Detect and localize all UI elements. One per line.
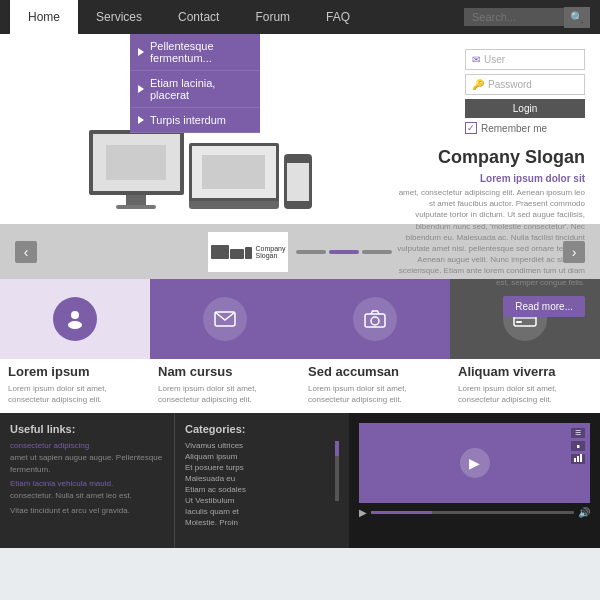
video-player[interactable]: ▶ ☰ ∎ [359, 423, 590, 503]
footer-useful-links: Useful links: consectetur adipiscing ame… [0, 413, 174, 548]
video-icon-1: ☰ [571, 428, 585, 438]
video-icons: ☰ ∎ [571, 428, 585, 464]
feature-icon-area-2 [150, 279, 300, 359]
phone-screen [287, 163, 309, 201]
cat-item-4: Malesuada eu [185, 474, 330, 483]
read-more-button[interactable]: Read more... [503, 296, 585, 317]
cat-item-2: Aliquam ipsum [185, 452, 330, 461]
svg-point-4 [371, 317, 379, 325]
feature-text-2: Nam cursus Lorem ipsum dolor sit amet, c… [150, 359, 300, 413]
cat-item-6: Ut Vestibulum [185, 496, 330, 505]
feature-card-2: Nam cursus Lorem ipsum dolor sit amet, c… [150, 279, 300, 413]
slide-devices [211, 245, 252, 259]
video-controls: ▶ 🔊 [359, 507, 590, 518]
monitor-stand [126, 195, 146, 205]
phone-device [284, 154, 312, 209]
feature-text-3: Sed accumsan Lorem ipsum dolor sit amet,… [300, 359, 450, 413]
company-slogan: Company Slogan [395, 147, 585, 168]
video-play-pause[interactable]: ▶ [359, 507, 367, 518]
feature-icon-area-3 [300, 279, 450, 359]
nav-item-home[interactable]: Home [10, 0, 78, 34]
feature-title-4: Aliquam viverra [458, 364, 592, 379]
feature-icon-camera [353, 297, 397, 341]
search-icon[interactable]: 🔍 [564, 7, 590, 28]
feature-text-4: Aliquam viverra Lorem ipsum dolor sit am… [450, 359, 600, 413]
dropdown-item-3[interactable]: Turpis interdum [130, 108, 260, 133]
footer-body-text-2: consectetur. Nulla sit amet leo est. [10, 490, 164, 501]
categories-col: Vivamus ultrices Aliquam ipsum Et posuer… [185, 441, 330, 529]
feature-title-2: Nam cursus [158, 364, 292, 379]
top-navigation: Home Services Contact Forum FAQ 🔍 Pellen… [0, 0, 600, 34]
slide-laptop [230, 249, 244, 259]
video-icon-2: ∎ [571, 441, 585, 451]
remember-me-checkbox[interactable]: ✓ Remember me [465, 122, 585, 134]
slider-prev-button[interactable]: ‹ [15, 241, 37, 263]
lorem-title: Lorem ipsum dolor sit [395, 173, 585, 184]
password-input-wrapper[interactable]: 🔑 Password [465, 74, 585, 95]
svg-point-1 [68, 321, 82, 329]
nav-item-forum[interactable]: Forum [237, 0, 308, 34]
monitor-screen [89, 130, 184, 195]
slide-item-1: CompanySlogan [208, 232, 288, 272]
arrow-icon [138, 85, 144, 93]
phone-body [284, 154, 312, 209]
footer-link-1[interactable]: consectetur adipiscing [10, 441, 164, 450]
slide-dot-active[interactable] [329, 250, 359, 254]
feature-card-3: Sed accumsan Lorem ipsum dolor sit amet,… [300, 279, 450, 413]
footer-scrollbar[interactable] [335, 441, 339, 501]
dropdown-item-2[interactable]: Etiam lacinia, placerat [130, 71, 260, 108]
cat-item-8: Molestie. Proin [185, 518, 330, 527]
slide-monitor [211, 245, 229, 259]
login-button[interactable]: Login [465, 99, 585, 118]
dropdown-item-1[interactable]: Pellentesque fermentum... [130, 34, 260, 71]
footer-section: Useful links: consectetur adipiscing ame… [0, 413, 600, 548]
video-volume-icon[interactable]: 🔊 [578, 507, 590, 518]
slide-text: CompanySlogan [256, 245, 286, 259]
cat-item-1: Vivamus ultrices [185, 441, 330, 450]
feature-desc-3: Lorem ipsum dolor sit amet, consectetur … [308, 383, 442, 405]
nav-item-faq[interactable]: FAQ [308, 0, 368, 34]
slogan-area: Company Slogan Lorem ipsum dolor sit ame… [395, 142, 585, 288]
footer-scrollbar-thumb [335, 441, 339, 456]
search-input[interactable] [464, 8, 564, 26]
nav-item-services[interactable]: Services [78, 0, 160, 34]
cat-item-5: Etiam ac sodales [185, 485, 330, 494]
slide-dot[interactable] [296, 250, 326, 254]
footer-categories-title: Categories: [185, 423, 339, 435]
laptop-device [189, 143, 279, 209]
cat-item-3: Et posuere turps [185, 463, 330, 472]
monitor-base [116, 205, 156, 209]
footer-body-text-3: Vitae tincidunt et arcu vel gravida. [10, 505, 164, 516]
search-area: 🔍 [464, 7, 590, 28]
arrow-icon [138, 116, 144, 124]
slide-dot[interactable] [362, 250, 392, 254]
hero-section: ✉ User 🔑 Password Login ✓ Remember me Co… [0, 34, 600, 224]
screen-content [106, 145, 167, 179]
user-icon: ✉ [472, 54, 480, 65]
slide-phone [245, 247, 252, 259]
svg-rect-7 [516, 321, 522, 323]
video-progress-bar[interactable] [371, 511, 574, 514]
footer-link-2[interactable]: Etiam lacinia vehicula mauld. [10, 479, 164, 488]
arrow-icon [138, 48, 144, 56]
video-progress-fill [371, 511, 432, 514]
footer-categories: Categories: Vivamus ultrices Aliquam ips… [174, 413, 349, 548]
feature-card-1: Lorem ipsum Lorem ipsum dolor sit amet, … [0, 279, 150, 413]
footer-body-text-1: amet ut sapien augue augue. Pellentesque… [10, 452, 164, 474]
feature-desc-2: Lorem ipsum dolor sit amet, consectetur … [158, 383, 292, 405]
nav-item-contact[interactable]: Contact [160, 0, 237, 34]
feature-desc-4: Lorem ipsum dolor sit amet, consectetur … [458, 383, 592, 405]
play-button[interactable]: ▶ [460, 448, 490, 478]
footer-video: ▶ ☰ ∎ ▶ 🔊 [349, 413, 600, 548]
slider-dots [296, 250, 392, 254]
user-input-wrapper[interactable]: ✉ User [465, 49, 585, 70]
feature-text-1: Lorem ipsum Lorem ipsum dolor sit amet, … [0, 359, 150, 413]
checkbox-icon: ✓ [465, 122, 477, 134]
feature-icon-person [53, 297, 97, 341]
password-icon: 🔑 [472, 79, 484, 90]
laptop-base [189, 201, 279, 209]
laptop-screen [189, 143, 279, 201]
monitor-device [89, 130, 184, 209]
feature-icon-area-4 [450, 279, 600, 359]
feature-title-3: Sed accumsan [308, 364, 442, 379]
